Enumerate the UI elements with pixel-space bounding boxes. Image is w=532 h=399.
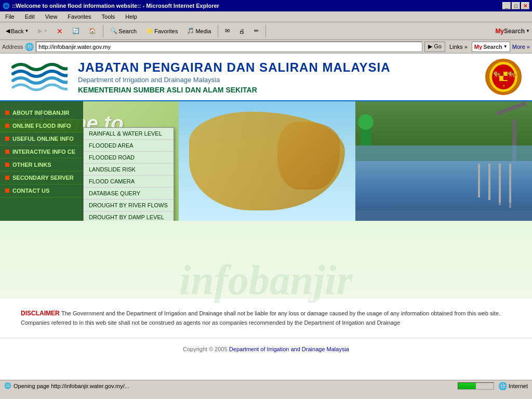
print-button[interactable]: 🖨 [235,24,248,38]
search-label: Search [118,28,137,34]
maximize-button[interactable]: □ [512,2,520,9]
status-bar: 🌐 Opening page http://infobanjir.water.g… [0,380,532,391]
media-icon: 🎵 [187,28,194,34]
mysearch-search: Search [483,44,502,50]
go-icon: ▶ [428,43,432,49]
status-left: 🌐 Opening page http://infobanjir.water.g… [4,382,129,389]
address-label: Address [2,44,23,50]
globe-icon: 🌐 [498,382,507,390]
footer-copyright: Copyright © 2005 Department of Irrigatio… [21,346,511,352]
stop-button[interactable]: ✕ [53,24,66,38]
favorites-button[interactable]: ⭐ Favorites [142,24,181,38]
mysearch-dropdown-icon[interactable]: ▼ [526,29,530,33]
home-icon: 🏠 [89,28,96,34]
window-titlebar: 🌐 ::Welcome to online flood information … [0,0,532,11]
dropdown-flooded-area[interactable]: FLOODED AREA [84,140,174,152]
refresh-button[interactable]: 🔄 [69,24,83,38]
home-button[interactable]: 🏠 [85,24,100,38]
window-title-area: 🌐 ::Welcome to online flood information … [3,3,219,9]
disclaimer-title: DISCLAIMER [21,310,60,317]
address-bar: Address 🌐 ▶ Go Links » My Search ▼ More … [0,40,532,54]
edit-button[interactable]: ✏ [250,24,262,38]
toolbar-separator-1 [103,25,103,37]
footer-copyright-text: Copyright © 2005 [183,346,229,352]
menu-edit[interactable]: Edit [22,12,38,21]
photo-road-scene [355,161,532,221]
main-content: infobanjir [0,221,532,299]
stop-icon: ✕ [57,27,63,35]
header-subtitle2: KEMENTERIAN SUMBER ASLI DAN ALAM SEKITAR [78,86,475,94]
dropdown-drought-river[interactable]: DROUGHT BY RIVER FLOWS [84,200,174,211]
menu-bar: File Edit View Favorites Tools Help [0,11,532,22]
status-text: Opening page http://infobanjir.water.gov… [14,383,129,389]
nav-contact-us[interactable]: CONTACT US [0,184,83,197]
dropdown-menu: RAINFALL & WATER LEVEL FLOODED AREA FLOO… [83,127,174,221]
window-icon: 🌐 [3,3,10,9]
progress-fill [458,383,476,389]
menu-favorites[interactable]: Favorites [64,12,94,21]
nav-about-infobanjir[interactable]: ABOUT INFOBANJIR [0,107,83,119]
photo-section [355,101,532,221]
footer-link[interactable]: Department of Irrigation and Drainage Ma… [229,346,349,352]
disclaimer-text: The Government and the Department of Irr… [21,310,500,326]
mail-icon: ✉ [225,28,230,34]
flood-water [355,145,532,161]
dropdown-flood-camera[interactable]: FLOOD CAMERA [84,176,174,188]
dropdown-rainfall[interactable]: RAINFALL & WATER LEVEL [84,128,174,140]
dropdown-landslide[interactable]: LANDSLIDE RISK [84,164,174,176]
road-pavement [355,203,532,221]
nav-interactive-info[interactable]: INTERACTIVE INFO CE [0,145,83,158]
close-button[interactable]: ✕ [521,2,529,9]
nav-useful-online-info[interactable]: USEFUL ONLINE INFO [0,132,83,145]
menu-help[interactable]: Help [122,12,140,21]
menu-view[interactable]: View [42,12,61,21]
nav-label-about: ABOUT INFOBANJIR [12,110,69,116]
menu-file[interactable]: File [2,12,18,21]
window-title-text: ::Welcome to online flood information we… [12,3,219,9]
forward-icon: ▶ [38,28,42,34]
hero-section: welcome to our online flood information … [0,101,532,221]
nav-online-flood-info[interactable]: ONLINE FLOOD INFO [0,119,83,132]
nav-secondary-server[interactable]: SECONDARY SERVER [0,171,83,184]
back-label: Back [11,28,23,34]
crane-arm [496,101,526,116]
status-right: 🌐 Internet [458,382,528,390]
lamp-post-1 [499,164,501,205]
site-footer: Copyright © 2005 Department of Irrigatio… [0,338,532,360]
media-button[interactable]: 🎵 Media [183,24,215,38]
back-dropdown-icon: ▼ [24,29,29,33]
svg-text:★: ★ [502,84,506,88]
media-label: Media [195,28,211,34]
dropdown-drought-damp[interactable]: DROUGHT BY DAMP LEVEL [84,211,174,221]
back-icon: ◀ [6,28,10,34]
minimize-button[interactable]: _ [502,2,511,9]
window-controls[interactable]: _ □ ✕ [502,2,529,9]
borneo-shape [277,122,340,190]
back-button[interactable]: ◀ Back ▼ [2,24,32,38]
zone-text: Internet [509,383,528,389]
crest-svg: ★ 🐅 🐅 [488,60,519,94]
mail-button[interactable]: ✉ [221,24,233,38]
address-page-icon: 🌐 [25,43,34,51]
nav-label-other: OTHER LINKS [12,162,51,168]
forward-button[interactable]: ▶ ▼ [34,24,51,38]
nav-label-interactive: INTERACTIVE INFO CE [12,149,75,155]
more-button[interactable]: More » [512,44,530,50]
menu-tools[interactable]: Tools [99,12,118,21]
nav-bullet-2 [5,124,9,128]
search-button[interactable]: 🔍 Search [107,24,140,38]
forward-dropdown-icon: ▼ [43,29,47,33]
header-crest: ★ 🐅 🐅 [485,59,522,95]
header-title: JABATAN PENGAIRAN DAN SALIRAN MALAYSIA [78,60,475,75]
go-button[interactable]: ▶ Go [424,42,445,52]
dropdown-flooded-road[interactable]: FLOODED ROAD [84,152,174,164]
page-icon: 🌐 [4,382,11,389]
mysearch-my: My [474,44,482,50]
nav-label-flood-info: ONLINE FLOOD INFO [12,123,71,129]
dropdown-database-query[interactable]: DATABASE QUERY [84,188,174,200]
mysearch-area[interactable]: My Search ▼ [472,42,510,52]
nav-other-links[interactable]: OTHER LINKS [0,158,83,171]
address-input[interactable] [36,42,422,52]
svg-text:🐅: 🐅 [493,69,502,78]
nav-label-contact: CONTACT US [12,188,49,194]
